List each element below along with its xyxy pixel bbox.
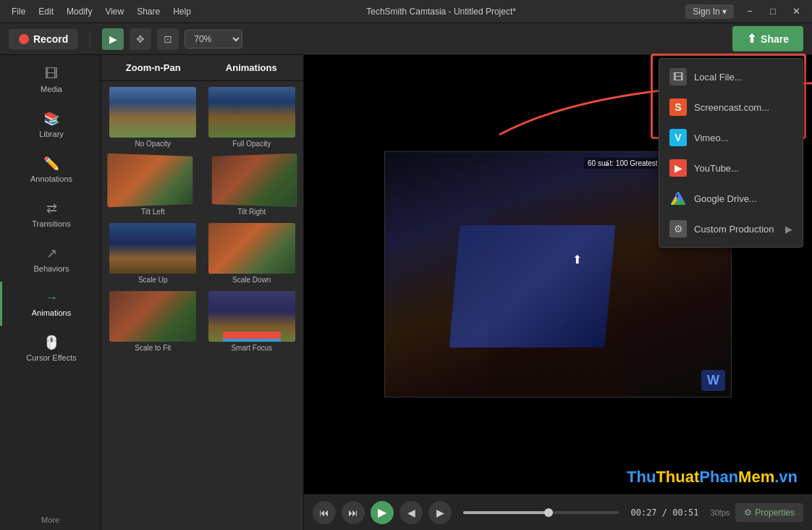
- sidebar-item-annotations-label: Annotations: [30, 174, 72, 183]
- minimize-button[interactable]: −: [740, 4, 760, 20]
- dropdown-vimeo-label: Vimeo...: [694, 132, 728, 143]
- animations-icon: →: [45, 290, 58, 306]
- smart-focus-label: Smart Focus: [231, 344, 272, 352]
- properties-label: Properties: [755, 508, 795, 518]
- select-tool[interactable]: ▶: [102, 28, 124, 50]
- sidebar-item-annotations[interactable]: ✏️ Annotations: [0, 147, 101, 192]
- menu-help[interactable]: Help: [167, 4, 197, 20]
- dropdown-screencast-label: Screencast.com...: [694, 102, 769, 113]
- annotations-icon: ✏️: [43, 156, 59, 172]
- menu-modify[interactable]: Modify: [61, 4, 98, 20]
- scale-to-fit-thumb: [109, 291, 196, 342]
- video-watermark: W: [701, 370, 725, 391]
- effect-tilt-right[interactable]: Tilt Right: [203, 152, 301, 219]
- zoom-selector[interactable]: 70% 50% 100%: [185, 30, 242, 49]
- effect-no-opacity[interactable]: No Opacity: [104, 84, 202, 151]
- sidebar-item-library[interactable]: 📚 Library: [0, 102, 101, 147]
- sidebar-item-library-label: Library: [39, 130, 64, 138]
- share-dropdown: 🎞 Local File... S Screencast.com... V Vi…: [659, 58, 803, 248]
- sidebar-item-transitions[interactable]: ⇄ Transitions: [0, 192, 101, 237]
- dropdown-youtube[interactable]: ▶ YouTube...: [659, 153, 803, 183]
- sidebar-item-media[interactable]: 🎞 Media: [0, 58, 101, 102]
- sidebar-item-media-label: Media: [41, 85, 62, 93]
- more-button[interactable]: More: [0, 510, 101, 530]
- dropdown-youtube-label: YouTube...: [694, 163, 739, 174]
- effects-panel-header: Zoom-n-Pan Animations: [101, 55, 303, 81]
- transitions-icon: ⇄: [46, 201, 57, 216]
- move-tool[interactable]: ✥: [130, 28, 151, 50]
- effect-scale-to-fit[interactable]: Scale to Fit: [104, 288, 202, 355]
- scale-up-thumb: [109, 223, 196, 274]
- play-button[interactable]: ▶: [371, 501, 394, 524]
- timecode: 00:27 / 00:51: [630, 508, 698, 518]
- dropdown-screencast[interactable]: S Screencast.com...: [659, 92, 803, 122]
- no-opacity-thumb: [109, 87, 196, 138]
- main-toolbar: Record ▶ ✥ ⊡ 70% 50% 100% ⬆ Share 🎞 Loca…: [0, 23, 812, 55]
- record-dot-icon: [19, 34, 29, 44]
- sign-in-button[interactable]: Sign In ▾: [685, 4, 734, 19]
- record-label: Record: [33, 33, 68, 45]
- full-opacity-label: Full Opacity: [232, 140, 271, 148]
- tilt-left-thumb: [108, 153, 193, 208]
- effect-tilt-left[interactable]: Tilt Left: [104, 152, 202, 219]
- properties-button[interactable]: ⚙ Properties: [735, 503, 803, 522]
- share-area: ⬆ Share 🎞 Local File... S Screencast.com…: [727, 26, 803, 51]
- custom-production-icon: ⚙: [669, 220, 687, 237]
- effects-panel: Zoom-n-Pan Animations No Opacity Full Op…: [101, 55, 304, 530]
- dropdown-vimeo[interactable]: V Vimeo...: [659, 122, 803, 153]
- dropdown-custom-production[interactable]: ⚙ Custom Production ▶: [659, 214, 803, 244]
- library-icon: 📚: [43, 111, 59, 127]
- tilt-right-thumb: [212, 153, 297, 208]
- dropdown-gdrive[interactable]: Google Drive...: [659, 183, 803, 214]
- dropdown-custom-production-label: Custom Production: [694, 224, 774, 235]
- crop-tool[interactable]: ⊡: [157, 28, 179, 50]
- menu-share[interactable]: Share: [131, 4, 166, 20]
- sidebar-item-animations[interactable]: → Animations: [0, 282, 101, 326]
- vimeo-icon: V: [669, 129, 687, 146]
- tilt-right-label: Tilt Right: [237, 208, 266, 216]
- col2-header: Animations: [206, 62, 298, 73]
- effect-full-opacity[interactable]: Full Opacity: [203, 84, 301, 151]
- playback-controls: ⏮ ⏭ ▶ ◀ ▶ 00:27 / 00:51 30fps ⚙ Properti…: [304, 494, 812, 530]
- effect-smart-focus[interactable]: Smart Focus: [203, 288, 301, 355]
- sidebar-item-behaviors-label: Behaviors: [34, 264, 69, 273]
- go-end-button[interactable]: ▶: [428, 501, 452, 524]
- sidebar-item-behaviors[interactable]: ↗ Behaviors: [0, 237, 101, 282]
- menu-bar: File Edit Modify View Share Help: [6, 4, 197, 20]
- behaviors-icon: ↗: [46, 245, 57, 261]
- step-back-button[interactable]: ⏭: [342, 501, 365, 524]
- screencast-icon: S: [669, 98, 687, 116]
- share-label: Share: [761, 33, 789, 45]
- share-button[interactable]: ⬆ Share: [732, 26, 803, 51]
- effects-grid: No Opacity Full Opacity Tilt Left Tilt R…: [101, 81, 303, 358]
- effect-scale-up[interactable]: Scale Up: [104, 220, 202, 287]
- record-button[interactable]: Record: [9, 29, 78, 49]
- full-opacity-thumb: [208, 87, 295, 138]
- title-bar: File Edit Modify View Share Help TechSmi…: [0, 0, 812, 23]
- progress-thumb: [544, 508, 553, 517]
- cursor-effects-icon: 🖱️: [43, 335, 59, 350]
- menu-edit[interactable]: Edit: [33, 4, 59, 20]
- menu-file[interactable]: File: [6, 4, 31, 20]
- no-opacity-label: No Opacity: [135, 140, 171, 148]
- tilt-left-label: Tilt Left: [141, 208, 164, 216]
- progress-fill: [463, 511, 549, 514]
- sidebar-item-animations-label: Animations: [32, 308, 71, 317]
- progress-bar[interactable]: [463, 511, 619, 514]
- gear-icon: ⚙: [744, 508, 752, 518]
- sidebar-item-cursor-effects[interactable]: 🖱️ Cursor Effects: [0, 326, 101, 371]
- sidebar-item-cursor-effects-label: Cursor Effects: [26, 353, 77, 362]
- effect-scale-down[interactable]: Scale Down: [203, 220, 301, 287]
- sidebar-nav: 🎞 Media 📚 Library ✏️ Annotations ⇄ Trans…: [0, 55, 101, 530]
- scale-to-fit-label: Scale to Fit: [135, 344, 171, 352]
- step-forward-button[interactable]: ◀: [399, 501, 423, 524]
- scale-up-label: Scale Up: [138, 276, 168, 284]
- dropdown-local-file[interactable]: 🎞 Local File...: [659, 62, 803, 92]
- window-controls: − □ ✕: [740, 4, 806, 20]
- menu-view[interactable]: View: [99, 4, 130, 20]
- go-start-button[interactable]: ⏮: [313, 501, 336, 524]
- scale-down-thumb: [208, 223, 295, 274]
- close-button[interactable]: ✕: [786, 4, 806, 20]
- share-icon: ⬆: [747, 32, 756, 46]
- maximize-button[interactable]: □: [763, 4, 783, 20]
